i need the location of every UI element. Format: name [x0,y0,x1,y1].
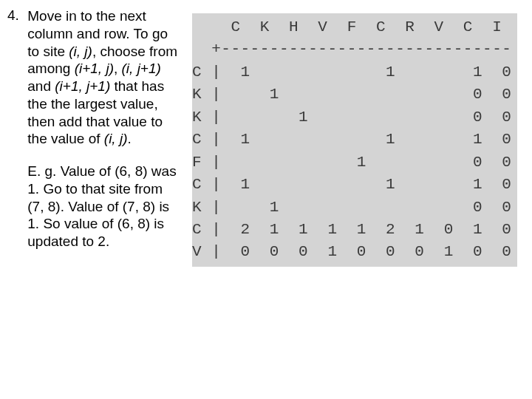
instruction-text: 4. Move in to the next column and row. T… [0,0,192,399]
dp-matrix: C K H V F C R V C I +-------------------… [192,13,517,267]
paragraph-2: E. g. Value of (6, 8) was 1. Go to that … [27,163,183,250]
var-i1j1: (i+1, j+1) [55,78,110,94]
text: and [27,78,55,94]
paragraph-1: Move in to the next column and row. To g… [27,7,183,148]
var-ij1: (i, j+1) [122,61,161,76]
text: , [114,61,122,76]
list-number: 4. [7,7,24,24]
text: . [127,131,131,146]
list-body: Move in to the next column and row. To g… [27,7,183,265]
var-i1j: (i+1, j) [75,61,114,76]
var-ij-2: (i, j) [104,131,128,146]
matrix-panel: C K H V F C R V C I +-------------------… [192,0,517,399]
var-ij: (i, j) [69,44,92,59]
